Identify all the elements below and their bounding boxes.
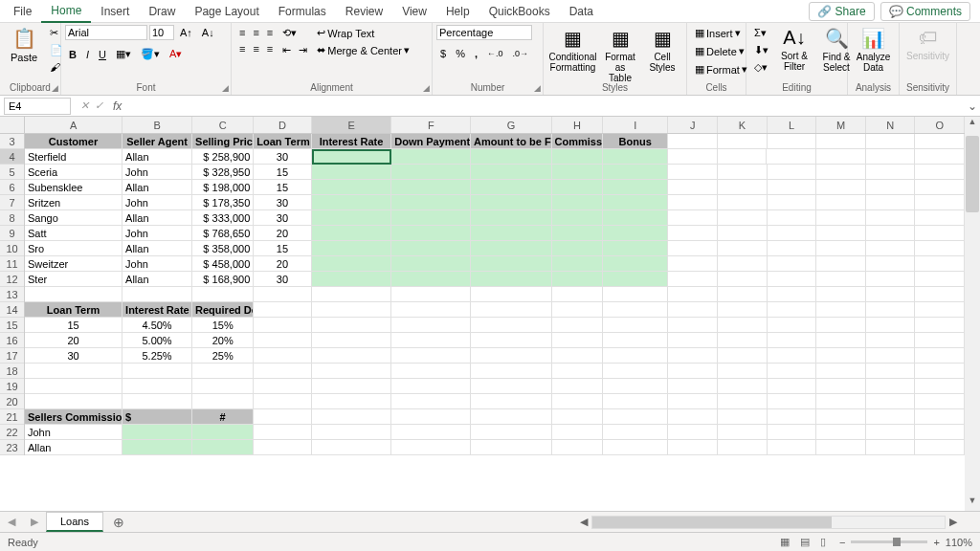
cell[interactable]: [471, 272, 552, 287]
cell[interactable]: [603, 440, 668, 455]
zoom-level[interactable]: 110%: [946, 537, 972, 548]
cell[interactable]: [391, 333, 471, 348]
cell[interactable]: $ 333,000: [192, 210, 254, 226]
cell[interactable]: [718, 348, 768, 364]
cell[interactable]: [312, 149, 392, 165]
col-F[interactable]: F: [391, 117, 471, 133]
cell[interactable]: [915, 195, 965, 210]
cell[interactable]: [915, 134, 965, 149]
cell[interactable]: [768, 364, 817, 379]
cell[interactable]: [915, 256, 965, 272]
cell[interactable]: [312, 272, 392, 287]
col-N[interactable]: N: [866, 117, 916, 133]
cell[interactable]: [768, 302, 817, 318]
cell[interactable]: [391, 226, 471, 241]
zoom-thumb[interactable]: [893, 538, 901, 546]
comments-button[interactable]: 💬 Comments: [880, 2, 970, 21]
cell[interactable]: $: [122, 409, 192, 425]
scroll-down-icon[interactable]: ▼: [965, 496, 980, 511]
cell[interactable]: 5.00%: [122, 333, 192, 348]
cell[interactable]: [718, 256, 768, 272]
cell[interactable]: [816, 195, 866, 210]
sheet-nav-prev[interactable]: ◀: [0, 516, 23, 528]
cell[interactable]: [718, 364, 768, 379]
menu-insert[interactable]: Insert: [91, 1, 139, 22]
analyze-data-button[interactable]: 📊Analyze Data: [852, 25, 895, 75]
cell[interactable]: [816, 241, 866, 256]
cell[interactable]: Sterfield: [25, 149, 122, 165]
cell[interactable]: [816, 348, 866, 364]
cell[interactable]: [718, 425, 768, 440]
cell[interactable]: Subensklee: [25, 180, 122, 195]
cell[interactable]: [603, 165, 668, 180]
row-19[interactable]: 19: [0, 379, 24, 394]
sort-filter-button[interactable]: A↓Sort & Filter: [774, 25, 814, 74]
merge-center-button[interactable]: ⬌ Merge & Center ▾: [313, 42, 413, 58]
cell[interactable]: [552, 226, 604, 241]
conditional-formatting-button[interactable]: ▦Conditional Formatting: [547, 25, 598, 75]
cell[interactable]: [718, 210, 768, 226]
cell[interactable]: [816, 318, 866, 333]
cell[interactable]: [768, 440, 817, 455]
formula-input[interactable]: [125, 99, 965, 114]
cell[interactable]: [552, 302, 604, 318]
cell[interactable]: [391, 165, 471, 180]
cell[interactable]: [915, 348, 965, 364]
cell[interactable]: [915, 149, 965, 165]
fx-label[interactable]: fx: [109, 99, 125, 113]
sensitivity-button[interactable]: 🏷Sensitivity: [903, 25, 952, 63]
align-right-button[interactable]: ≡: [263, 41, 277, 56]
row-20[interactable]: 20: [0, 394, 24, 409]
cell[interactable]: [866, 440, 916, 455]
cell[interactable]: 30: [254, 210, 311, 226]
cell[interactable]: Satt: [25, 226, 122, 241]
cell[interactable]: [552, 394, 604, 409]
cell[interactable]: [816, 394, 866, 409]
cell[interactable]: [254, 364, 311, 379]
horizontal-scrollbar[interactable]: ◀ ▶: [134, 516, 980, 529]
cell[interactable]: [866, 241, 916, 256]
cell[interactable]: [391, 348, 471, 364]
cell[interactable]: [552, 272, 604, 287]
cell[interactable]: [312, 287, 392, 302]
cell[interactable]: [718, 241, 768, 256]
view-page-layout-button[interactable]: ▤: [796, 536, 813, 547]
enter-formula-icon[interactable]: ✓: [95, 99, 103, 112]
cell[interactable]: [866, 348, 916, 364]
cell[interactable]: [866, 364, 916, 379]
cell[interactable]: Amount to be Financed: [471, 134, 552, 149]
cells-delete-button[interactable]: ▦ Delete ▾: [691, 43, 748, 59]
col-K[interactable]: K: [718, 117, 768, 133]
cell[interactable]: Selling Price: [192, 134, 254, 149]
cell[interactable]: [915, 226, 965, 241]
cell[interactable]: [312, 180, 392, 195]
cell[interactable]: [312, 210, 392, 226]
cell[interactable]: [471, 379, 552, 394]
row-9[interactable]: 9: [0, 226, 24, 241]
align-top-button[interactable]: ≡: [235, 25, 249, 40]
cell[interactable]: [471, 333, 552, 348]
cell[interactable]: [866, 379, 916, 394]
col-M[interactable]: M: [816, 117, 866, 133]
cell[interactable]: [718, 226, 768, 241]
percent-button[interactable]: %: [452, 46, 469, 61]
cell[interactable]: [312, 318, 392, 333]
cell[interactable]: [471, 409, 552, 425]
cell[interactable]: [603, 226, 668, 241]
cell[interactable]: [866, 287, 916, 302]
cell[interactable]: Allan: [122, 210, 192, 226]
cell[interactable]: [254, 379, 311, 394]
cell[interactable]: [866, 180, 916, 195]
row-5[interactable]: 5: [0, 165, 24, 180]
cell[interactable]: 20: [25, 333, 122, 348]
cell[interactable]: [866, 409, 916, 425]
cell[interactable]: [552, 210, 604, 226]
menu-help[interactable]: Help: [436, 1, 479, 22]
decrease-decimal-button[interactable]: .0→: [508, 46, 532, 61]
zoom-out-button[interactable]: −: [839, 537, 845, 548]
cell[interactable]: [603, 318, 668, 333]
number-launcher[interactable]: ◢: [534, 83, 541, 93]
row-6[interactable]: 6: [0, 180, 24, 195]
cell[interactable]: [603, 333, 668, 348]
fill-button[interactable]: ⬇▾: [750, 42, 772, 58]
